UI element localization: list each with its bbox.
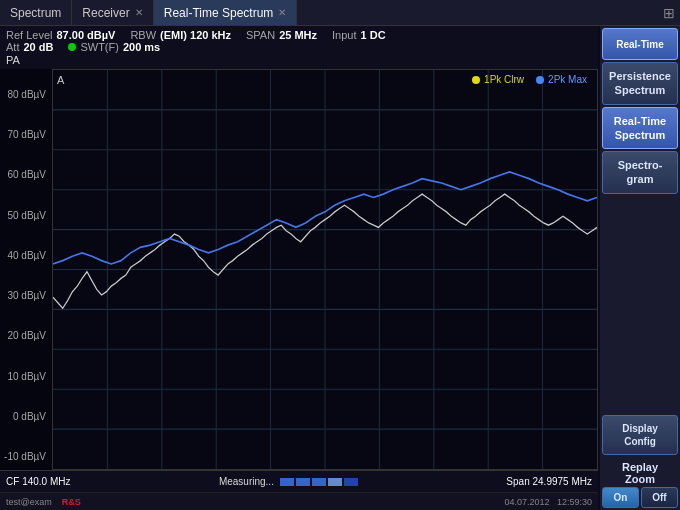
- status-right: 04.07.2012 12:59:30: [504, 497, 592, 507]
- measuring-label: Measuring...: [219, 476, 274, 487]
- bottom-bar: CF 140.0 MHz Measuring... Span 24.9975 M…: [0, 470, 598, 492]
- info-row-2: Att 20 dB SWT(F) 200 ms: [6, 41, 592, 53]
- realtime-spectrum-label: Real-TimeSpectrum: [614, 114, 666, 143]
- realtime-spectrum-btn[interactable]: Real-TimeSpectrum: [602, 107, 678, 150]
- att-item: Att 20 dB: [6, 41, 53, 53]
- display-config-btn[interactable]: DisplayConfig: [602, 415, 678, 455]
- span-label: SPAN: [246, 29, 275, 41]
- swt-label: SWT(F): [80, 41, 118, 53]
- close-realtime-icon[interactable]: ✕: [278, 7, 286, 18]
- y-label-60: 60 dBµV: [2, 169, 50, 180]
- replay-off-btn[interactable]: Off: [641, 487, 678, 508]
- replay-zoom-label: ReplayZoom: [602, 457, 678, 487]
- tab-realtime[interactable]: Real-Time Spectrum ✕: [154, 0, 298, 25]
- realtime-label: Real-Time: [616, 38, 664, 51]
- left-panel: Ref Level 87.00 dBµV RBW (EMI) 120 kHz S…: [0, 26, 598, 510]
- input-label: Input: [332, 29, 356, 41]
- rbw-value: (EMI) 120 kHz: [160, 29, 231, 41]
- bar-seg-1: [280, 478, 294, 486]
- status-left: test@exam: [6, 497, 52, 507]
- grid-icon: ⊞: [663, 5, 675, 21]
- sidebar-spacer: [602, 196, 678, 413]
- bar-seg-5: [344, 478, 358, 486]
- input-item: Input 1 DC: [332, 29, 386, 41]
- replay-zoom-section: ReplayZoom On Off: [602, 457, 678, 508]
- legend-2pk-label: 2Pk Max: [548, 74, 587, 85]
- chart-plot: A 1Pk Clrw 2Pk Max: [52, 69, 598, 470]
- replay-zoom-row: On Off: [602, 487, 678, 508]
- chart-legend: 1Pk Clrw 2Pk Max: [472, 74, 587, 85]
- replay-on-btn[interactable]: On: [602, 487, 639, 508]
- measuring-bar: [280, 478, 358, 486]
- persistence-spectrum-label: PersistenceSpectrum: [609, 69, 671, 98]
- rohde-logo: R&S: [62, 497, 81, 507]
- tab-receiver-label: Receiver: [82, 6, 129, 20]
- info-bar: Ref Level 87.00 dBµV RBW (EMI) 120 kHz S…: [0, 26, 598, 69]
- measuring-area: Measuring...: [219, 476, 358, 487]
- chart-area: 80 dBµV 70 dBµV 60 dBµV 50 dBµV 40 dBµV …: [0, 69, 598, 470]
- input-value: 1 DC: [361, 29, 386, 41]
- replay-off-label: Off: [652, 492, 666, 503]
- spectrum-svg: [53, 70, 597, 469]
- close-receiver-icon[interactable]: ✕: [135, 7, 143, 18]
- span-value: 25 MHz: [279, 29, 317, 41]
- tab-realtime-label: Real-Time Spectrum: [164, 6, 274, 20]
- y-label-50: 50 dBµV: [2, 210, 50, 221]
- rbw-item: RBW (EMI) 120 kHz: [130, 29, 231, 41]
- replay-on-label: On: [614, 492, 628, 503]
- chart-container: 80 dBµV 70 dBµV 60 dBµV 50 dBµV 40 dBµV …: [0, 69, 598, 470]
- swt-value: 200 ms: [123, 41, 160, 53]
- swt-item: SWT(F) 200 ms: [68, 41, 160, 53]
- rbw-label: RBW: [130, 29, 156, 41]
- right-panel: Real-Time PersistenceSpectrum Real-TimeS…: [598, 26, 680, 510]
- tab-spectrum-label: Spectrum: [10, 6, 61, 20]
- realtime-btn[interactable]: Real-Time: [602, 28, 678, 60]
- spectrogram-label: Spectro-gram: [618, 158, 663, 187]
- ref-level-item: Ref Level 87.00 dBµV: [6, 29, 115, 41]
- bar-seg-4: [328, 478, 342, 486]
- y-label-40: 40 dBµV: [2, 250, 50, 261]
- span-display: Span 24.9975 MHz: [506, 476, 592, 487]
- att-value: 20 dB: [23, 41, 53, 53]
- display-config-label: DisplayConfig: [622, 422, 658, 448]
- y-label-10: 10 dBµV: [2, 371, 50, 382]
- tab-bar: Spectrum Receiver ✕ Real-Time Spectrum ✕…: [0, 0, 680, 26]
- legend-1pk: 1Pk Clrw: [472, 74, 524, 85]
- tab-receiver[interactable]: Receiver ✕: [72, 0, 153, 25]
- ref-level-value: 87.00 dBµV: [56, 29, 115, 41]
- legend-2pk: 2Pk Max: [536, 74, 587, 85]
- legend-1pk-dot: [472, 76, 480, 84]
- legend-1pk-label: 1Pk Clrw: [484, 74, 524, 85]
- main-content: Ref Level 87.00 dBµV RBW (EMI) 120 kHz S…: [0, 26, 680, 510]
- y-axis: 80 dBµV 70 dBµV 60 dBµV 50 dBµV 40 dBµV …: [0, 69, 52, 470]
- bar-seg-2: [296, 478, 310, 486]
- legend-2pk-dot: [536, 76, 544, 84]
- ref-level-label: Ref Level: [6, 29, 52, 41]
- y-label-20: 20 dBµV: [2, 330, 50, 341]
- info-row-1: Ref Level 87.00 dBµV RBW (EMI) 120 kHz S…: [6, 29, 592, 41]
- bar-seg-3: [312, 478, 326, 486]
- pa-label: PA: [6, 54, 20, 66]
- cf-label: CF 140.0 MHz: [6, 476, 70, 487]
- y-label-80: 80 dBµV: [2, 89, 50, 100]
- span-item: SPAN 25 MHz: [246, 29, 317, 41]
- y-label-70: 70 dBµV: [2, 129, 50, 140]
- spectrogram-btn[interactable]: Spectro-gram: [602, 151, 678, 194]
- att-label: Att: [6, 41, 19, 53]
- tab-spectrum[interactable]: Spectrum: [0, 0, 72, 25]
- y-label-0: 0 dBµV: [2, 411, 50, 422]
- pa-row: PA: [6, 53, 20, 66]
- status-bar: test@exam R&S 04.07.2012 12:59:30: [0, 492, 598, 510]
- y-label-neg10: -10 dBµV: [2, 451, 50, 462]
- swt-dot: [68, 43, 76, 51]
- y-label-30: 30 dBµV: [2, 290, 50, 301]
- persistence-spectrum-btn[interactable]: PersistenceSpectrum: [602, 62, 678, 105]
